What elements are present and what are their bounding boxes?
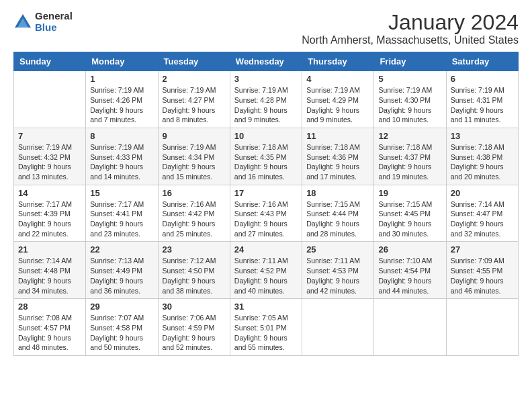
calendar-day-cell: 15Sunrise: 7:17 AMSunset: 4:41 PMDayligh… (86, 185, 158, 242)
day-info: Sunrise: 7:17 AMSunset: 4:41 PMDaylight:… (90, 199, 153, 239)
day-number: 12 (378, 131, 441, 141)
weekday-header: Wednesday (230, 52, 302, 71)
day-info: Sunrise: 7:09 AMSunset: 4:55 PMDaylight:… (451, 256, 514, 295)
day-number: 16 (163, 188, 226, 198)
day-number: 3 (234, 74, 298, 84)
day-number: 17 (234, 188, 298, 198)
day-info: Sunrise: 7:14 AMSunset: 4:48 PMDaylight:… (18, 256, 81, 295)
day-info: Sunrise: 7:10 AMSunset: 4:54 PMDaylight:… (378, 256, 441, 295)
calendar-day-cell: 14Sunrise: 7:17 AMSunset: 4:39 PMDayligh… (14, 185, 86, 242)
day-number: 14 (18, 188, 81, 198)
day-number: 1 (90, 74, 153, 84)
day-info: Sunrise: 7:12 AMSunset: 4:50 PMDaylight:… (163, 256, 226, 295)
day-info: Sunrise: 7:19 AMSunset: 4:34 PMDaylight:… (163, 142, 226, 182)
day-info: Sunrise: 7:15 AMSunset: 4:45 PMDaylight:… (378, 199, 441, 239)
day-number: 2 (163, 74, 226, 84)
day-info: Sunrise: 7:14 AMSunset: 4:47 PMDaylight:… (451, 199, 514, 239)
calendar-table: SundayMondayTuesdayWednesdayThursdayFrid… (13, 52, 519, 356)
logo-blue: Blue (35, 22, 73, 34)
day-info: Sunrise: 7:18 AMSunset: 4:36 PMDaylight:… (306, 142, 369, 182)
day-info: Sunrise: 7:19 AMSunset: 4:27 PMDaylight:… (163, 85, 226, 125)
calendar-day-cell: 26Sunrise: 7:10 AMSunset: 4:54 PMDayligh… (374, 242, 446, 299)
calendar-day-cell: 7Sunrise: 7:19 AMSunset: 4:32 PMDaylight… (14, 128, 86, 185)
day-info: Sunrise: 7:19 AMSunset: 4:32 PMDaylight:… (18, 142, 81, 182)
day-number: 24 (234, 244, 298, 255)
calendar-day-cell: 25Sunrise: 7:11 AMSunset: 4:53 PMDayligh… (302, 242, 374, 299)
day-number: 19 (378, 188, 441, 198)
calendar-day-cell: 23Sunrise: 7:12 AMSunset: 4:50 PMDayligh… (158, 242, 230, 299)
day-number: 4 (306, 74, 369, 84)
calendar-day-cell: 11Sunrise: 7:18 AMSunset: 4:36 PMDayligh… (302, 128, 374, 185)
calendar-day-cell: 1Sunrise: 7:19 AMSunset: 4:26 PMDaylight… (86, 71, 158, 128)
calendar-day-cell (374, 299, 446, 356)
day-number: 23 (163, 244, 226, 255)
calendar-day-cell: 6Sunrise: 7:19 AMSunset: 4:31 PMDaylight… (446, 71, 518, 128)
day-info: Sunrise: 7:19 AMSunset: 4:30 PMDaylight:… (378, 85, 441, 125)
calendar-day-cell: 3Sunrise: 7:19 AMSunset: 4:28 PMDaylight… (230, 71, 302, 128)
day-number: 6 (451, 74, 514, 84)
weekday-header: Sunday (14, 52, 86, 71)
calendar-day-cell: 13Sunrise: 7:18 AMSunset: 4:38 PMDayligh… (446, 128, 518, 185)
calendar-day-cell: 19Sunrise: 7:15 AMSunset: 4:45 PMDayligh… (374, 185, 446, 242)
calendar-day-cell: 31Sunrise: 7:05 AMSunset: 5:01 PMDayligh… (230, 299, 302, 356)
calendar-day-cell: 21Sunrise: 7:14 AMSunset: 4:48 PMDayligh… (14, 242, 86, 299)
day-info: Sunrise: 7:07 AMSunset: 4:58 PMDaylight:… (90, 313, 153, 353)
day-info: Sunrise: 7:18 AMSunset: 4:35 PMDaylight:… (234, 142, 298, 182)
day-number: 15 (90, 188, 153, 198)
day-info: Sunrise: 7:13 AMSunset: 4:49 PMDaylight:… (90, 256, 153, 295)
day-info: Sunrise: 7:11 AMSunset: 4:52 PMDaylight:… (234, 256, 298, 295)
calendar-week-row: 1Sunrise: 7:19 AMSunset: 4:26 PMDaylight… (14, 71, 519, 128)
day-info: Sunrise: 7:15 AMSunset: 4:44 PMDaylight:… (306, 199, 369, 239)
day-number: 31 (234, 302, 298, 312)
calendar-day-cell: 17Sunrise: 7:16 AMSunset: 4:43 PMDayligh… (230, 185, 302, 242)
day-number: 28 (18, 302, 81, 312)
day-number: 7 (18, 131, 81, 141)
calendar-day-cell: 29Sunrise: 7:07 AMSunset: 4:58 PMDayligh… (86, 299, 158, 356)
weekday-header: Tuesday (158, 52, 230, 71)
calendar-week-row: 21Sunrise: 7:14 AMSunset: 4:48 PMDayligh… (14, 242, 519, 299)
calendar-day-cell: 10Sunrise: 7:18 AMSunset: 4:35 PMDayligh… (230, 128, 302, 185)
day-number: 11 (306, 131, 369, 141)
day-number: 5 (378, 74, 441, 84)
sub-title: North Amherst, Massachusetts, United Sta… (302, 34, 519, 46)
main-title: January 2024 (302, 11, 519, 34)
day-info: Sunrise: 7:08 AMSunset: 4:57 PMDaylight:… (18, 313, 81, 353)
calendar-day-cell: 2Sunrise: 7:19 AMSunset: 4:27 PMDaylight… (158, 71, 230, 128)
calendar-day-cell (14, 71, 86, 128)
calendar-week-row: 14Sunrise: 7:17 AMSunset: 4:39 PMDayligh… (14, 185, 519, 242)
day-info: Sunrise: 7:19 AMSunset: 4:33 PMDaylight:… (90, 142, 153, 182)
calendar-day-cell (446, 299, 518, 356)
logo: General Blue (13, 11, 73, 33)
header: General Blue January 2024 North Amherst,… (13, 11, 519, 46)
calendar-day-cell: 8Sunrise: 7:19 AMSunset: 4:33 PMDaylight… (86, 128, 158, 185)
title-block: January 2024 North Amherst, Massachusett… (302, 11, 519, 46)
day-number: 29 (90, 302, 153, 312)
logo-icon (13, 13, 32, 32)
calendar-day-cell: 4Sunrise: 7:19 AMSunset: 4:29 PMDaylight… (302, 71, 374, 128)
calendar-day-cell: 18Sunrise: 7:15 AMSunset: 4:44 PMDayligh… (302, 185, 374, 242)
weekday-header: Monday (86, 52, 158, 71)
calendar-day-cell: 30Sunrise: 7:06 AMSunset: 4:59 PMDayligh… (158, 299, 230, 356)
day-info: Sunrise: 7:19 AMSunset: 4:28 PMDaylight:… (234, 85, 298, 125)
day-info: Sunrise: 7:18 AMSunset: 4:37 PMDaylight:… (378, 142, 441, 182)
weekday-header-row: SundayMondayTuesdayWednesdayThursdayFrid… (14, 52, 519, 71)
day-number: 22 (90, 244, 153, 255)
calendar-day-cell: 12Sunrise: 7:18 AMSunset: 4:37 PMDayligh… (374, 128, 446, 185)
weekday-header: Saturday (446, 52, 518, 71)
day-number: 9 (163, 131, 226, 141)
day-number: 13 (451, 131, 514, 141)
day-info: Sunrise: 7:05 AMSunset: 5:01 PMDaylight:… (234, 313, 298, 353)
calendar-day-cell: 24Sunrise: 7:11 AMSunset: 4:52 PMDayligh… (230, 242, 302, 299)
day-info: Sunrise: 7:06 AMSunset: 4:59 PMDaylight:… (163, 313, 226, 353)
day-number: 26 (378, 244, 441, 255)
day-number: 8 (90, 131, 153, 141)
day-number: 25 (306, 244, 369, 255)
day-number: 10 (234, 131, 298, 141)
day-number: 27 (451, 244, 514, 255)
calendar-day-cell: 27Sunrise: 7:09 AMSunset: 4:55 PMDayligh… (446, 242, 518, 299)
calendar-day-cell: 5Sunrise: 7:19 AMSunset: 4:30 PMDaylight… (374, 71, 446, 128)
calendar-week-row: 7Sunrise: 7:19 AMSunset: 4:32 PMDaylight… (14, 128, 519, 185)
day-info: Sunrise: 7:19 AMSunset: 4:29 PMDaylight:… (306, 85, 369, 125)
calendar-day-cell: 28Sunrise: 7:08 AMSunset: 4:57 PMDayligh… (14, 299, 86, 356)
day-info: Sunrise: 7:11 AMSunset: 4:53 PMDaylight:… (306, 256, 369, 295)
